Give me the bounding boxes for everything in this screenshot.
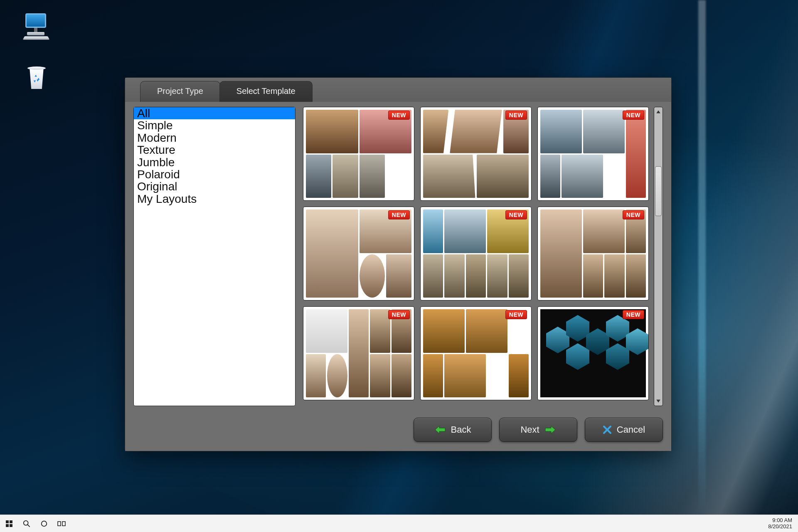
new-badge: NEW [505, 310, 527, 319]
template-card[interactable]: NEW [420, 306, 532, 400]
template-card[interactable]: NEW [537, 306, 649, 400]
category-label: Texture [137, 143, 175, 156]
category-my-layouts[interactable]: My Layouts [134, 193, 295, 205]
svg-rect-0 [6, 520, 9, 523]
new-badge: NEW [388, 111, 410, 120]
taskbar-clock[interactable]: 9:00 AM 8/20/2021 [768, 517, 798, 530]
svg-rect-7 [58, 522, 61, 526]
wizard-footer: Back Next Cancel [125, 411, 671, 451]
template-wizard-window: Project Type Select Template All Simple … [125, 77, 672, 451]
category-label: Polaroid [137, 168, 180, 181]
this-pc-icon [22, 13, 51, 38]
arrow-left-icon [434, 425, 446, 434]
category-label: My Layouts [137, 192, 197, 205]
category-label: Original [137, 180, 177, 193]
new-badge: NEW [623, 210, 644, 219]
desktop: Project Type Select Template All Simple … [0, 0, 798, 515]
new-badge: NEW [388, 310, 410, 319]
new-badge: NEW [505, 111, 527, 120]
new-badge: NEW [623, 111, 644, 120]
task-view-icon [57, 520, 66, 527]
svg-rect-8 [62, 522, 65, 526]
new-badge: NEW [388, 210, 410, 219]
template-gallery: NEW NEW NEW NEW [303, 107, 651, 406]
new-badge: NEW [623, 310, 644, 319]
svg-rect-1 [10, 520, 12, 523]
search-icon [23, 520, 30, 527]
category-list: All Simple Modern Texture Jumble Polaroi… [133, 107, 296, 406]
taskbar-time: 9:00 AM [768, 517, 792, 524]
next-button[interactable]: Next [499, 418, 577, 442]
arrow-right-icon [544, 425, 556, 434]
category-all[interactable]: All [134, 107, 295, 119]
wizard-tabs: Project Type Select Template [125, 78, 671, 102]
wizard-body: All Simple Modern Texture Jumble Polaroi… [125, 102, 671, 411]
taskbar-search-button[interactable] [22, 520, 31, 528]
button-label: Next [520, 424, 539, 435]
cancel-button[interactable]: Cancel [585, 418, 663, 442]
tab-select-template[interactable]: Select Template [219, 81, 313, 102]
template-card[interactable]: NEW [537, 107, 649, 201]
scroll-thumb[interactable] [655, 166, 662, 216]
category-original[interactable]: Original [134, 180, 295, 192]
category-label: All [137, 107, 150, 120]
button-label: Cancel [617, 424, 645, 435]
tab-label: Project Type [157, 86, 203, 96]
gallery-scrollbar[interactable] [654, 107, 663, 406]
desktop-icon-recycle-bin[interactable] [16, 66, 57, 94]
category-label: Jumble [137, 156, 175, 169]
scroll-up-icon[interactable] [654, 107, 663, 116]
template-card[interactable]: NEW [303, 207, 414, 300]
hex-collage [540, 309, 646, 397]
scroll-track[interactable] [654, 116, 663, 397]
category-label: Simple [137, 119, 173, 132]
template-card[interactable]: NEW [420, 207, 532, 300]
template-card[interactable]: NEW [537, 207, 649, 300]
category-modern[interactable]: Modern [134, 132, 295, 144]
windows-logo-icon [6, 520, 12, 527]
template-gallery-wrap: NEW NEW NEW NEW [303, 107, 663, 406]
close-icon [603, 425, 612, 434]
svg-line-5 [28, 525, 30, 527]
desktop-icon-this-pc[interactable] [16, 13, 57, 41]
taskbar: 9:00 AM 8/20/2021 [0, 515, 798, 532]
template-card[interactable]: NEW [303, 107, 414, 201]
new-badge: NEW [505, 210, 527, 219]
svg-point-4 [24, 520, 28, 525]
recycle-bin-icon [22, 66, 51, 91]
template-card[interactable]: NEW [303, 306, 414, 400]
svg-rect-2 [6, 524, 9, 527]
category-simple[interactable]: Simple [134, 119, 295, 131]
taskbar-date: 8/20/2021 [768, 524, 792, 530]
category-jumble[interactable]: Jumble [134, 156, 295, 168]
tab-label: Select Template [236, 86, 296, 96]
svg-point-6 [42, 521, 47, 526]
svg-rect-3 [10, 524, 12, 527]
back-button[interactable]: Back [414, 418, 492, 442]
template-card[interactable]: NEW [420, 107, 532, 201]
category-label: Modern [137, 131, 177, 144]
category-texture[interactable]: Texture [134, 144, 295, 156]
scroll-down-icon[interactable] [654, 397, 663, 406]
tab-project-type[interactable]: Project Type [140, 81, 220, 102]
category-polaroid[interactable]: Polaroid [134, 168, 295, 180]
taskbar-cortana-button[interactable] [40, 520, 48, 528]
taskbar-taskview-button[interactable] [57, 520, 66, 528]
recycle-arrows-icon [32, 74, 41, 83]
start-button[interactable] [5, 520, 13, 528]
circle-icon [40, 520, 48, 527]
button-label: Back [451, 424, 471, 435]
wallpaper-vertical-beam [698, 0, 706, 515]
